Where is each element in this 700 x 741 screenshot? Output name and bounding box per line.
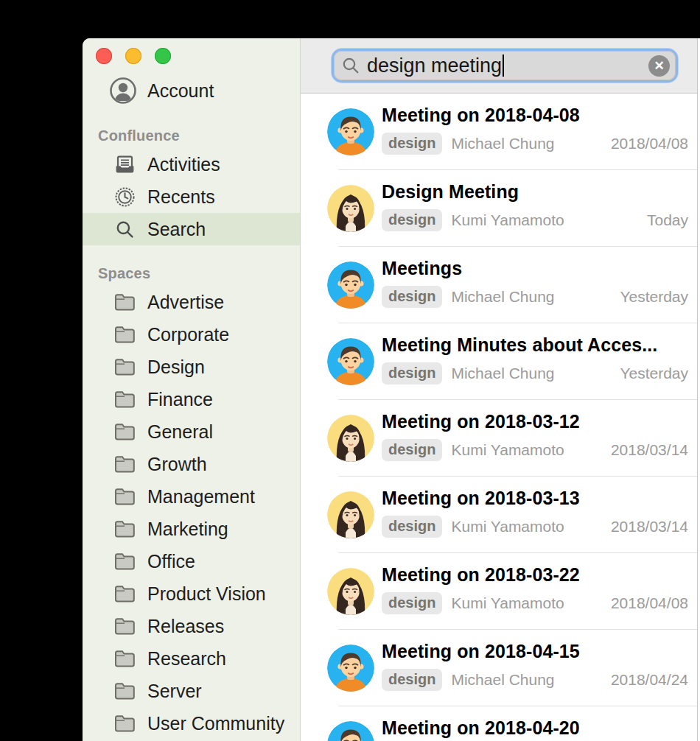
result-date: 2018/04/08: [605, 594, 688, 612]
result-date: 2018/04/08: [605, 135, 688, 152]
sidebar-item-product-vision[interactable]: Product Vision: [83, 577, 300, 610]
search-input[interactable]: design meeting ✕: [334, 51, 676, 80]
result-row[interactable]: Meeting on 2018-04-08 design Michael Chu…: [301, 94, 697, 170]
search-toolbar: design meeting ✕: [301, 38, 697, 94]
result-row[interactable]: Meeting on 2018-03-12 design Kumi Yamamo…: [301, 400, 697, 477]
sidebar-item-server[interactable]: Server: [83, 675, 300, 707]
result-author: Michael Chung: [451, 365, 554, 382]
clear-search-button[interactable]: ✕: [648, 55, 670, 77]
result-author: Kumi Yamamoto: [451, 594, 564, 612]
sidebar-item-label: Server: [147, 681, 202, 702]
recents-icon: [112, 187, 137, 207]
sidebar-item-growth[interactable]: Growth: [83, 448, 300, 480]
space-tag: design: [382, 362, 442, 384]
sidebar-item-corporate[interactable]: Corporate: [83, 318, 300, 351]
sidebar-item-label: Growth: [147, 454, 207, 475]
sidebar-item-office[interactable]: Office: [83, 545, 300, 577]
result-author: Kumi Yamamoto: [451, 211, 564, 229]
sidebar-item-general[interactable]: General: [83, 415, 300, 448]
result-title: Meeting on 2018-04-08: [382, 105, 688, 126]
folder-icon: [112, 682, 137, 700]
space-tag: design: [382, 592, 442, 614]
avatar-female-icon: [327, 491, 374, 538]
sidebar-section: Confluence Activities Recents Search: [83, 127, 300, 245]
sidebar-item-design[interactable]: Design: [83, 351, 300, 383]
result-date: Yesterday: [614, 365, 688, 382]
folder-icon: [112, 617, 137, 635]
folder-icon: [112, 714, 137, 732]
result-row[interactable]: Design Meeting design Kumi Yamamoto Toda…: [301, 170, 697, 247]
avatar-female-icon: [327, 185, 374, 232]
sidebar-item-marketing[interactable]: Marketing: [83, 513, 300, 545]
sidebar-item-label: Corporate: [147, 324, 229, 345]
result-row[interactable]: Meeting Minutes about Acces... design Mi…: [301, 323, 697, 400]
sidebar-item-label: Research: [147, 648, 226, 670]
result-row[interactable]: Meeting on 2018-03-13 design Kumi Yamamo…: [301, 477, 697, 553]
avatar-male-icon: [327, 108, 374, 155]
folder-icon: [112, 326, 137, 343]
sidebar-item-search[interactable]: Search: [83, 213, 300, 245]
avatar-male-icon: [327, 338, 374, 385]
search-focus-ring: design meeting ✕: [332, 49, 678, 82]
avatar-male-icon: [327, 721, 374, 741]
zoom-button[interactable]: [155, 48, 171, 64]
space-tag: design: [382, 669, 442, 691]
avatar-male-icon: [327, 645, 374, 692]
search-icon: [341, 56, 360, 75]
section-title: Confluence: [98, 127, 300, 144]
folder-icon: [112, 293, 137, 311]
sidebar-item-research[interactable]: Research: [83, 642, 300, 675]
sidebar-item-label: Management: [147, 486, 255, 508]
avatar-female-icon: [327, 415, 374, 462]
sidebar-item-label: General: [147, 421, 213, 443]
result-row[interactable]: Meetings design Michael Chung Yesterday: [301, 247, 697, 323]
result-row[interactable]: Meeting on 2018-04-20: [301, 706, 697, 741]
sidebar-section: Spaces Advertise Corporate Design Financ…: [83, 265, 300, 740]
result-row[interactable]: Meeting on 2018-03-22 design Kumi Yamamo…: [301, 553, 697, 630]
sidebar-item-label: User Community: [147, 713, 284, 734]
result-title: Meetings: [382, 258, 688, 279]
avatar-male-icon: [327, 261, 374, 309]
sidebar-item-label: Advertise: [147, 292, 224, 313]
folder-icon: [112, 585, 137, 603]
sidebar-item-activities[interactable]: Activities: [83, 148, 300, 180]
sidebar-item-label: Office: [147, 551, 195, 572]
space-tag: design: [382, 439, 442, 461]
results-list: Meeting on 2018-04-08 design Michael Chu…: [301, 94, 697, 741]
space-tag: design: [382, 286, 442, 308]
sidebar-item-account[interactable]: Account: [83, 64, 300, 108]
folder-icon: [112, 455, 137, 473]
result-date: Yesterday: [614, 288, 688, 306]
main-panel: design meeting ✕ Meeting on 2018-04-08 d…: [301, 38, 698, 741]
result-date: 2018/03/14: [605, 518, 688, 535]
sidebar-item-advertise[interactable]: Advertise: [83, 286, 300, 318]
sidebar-item-label: Marketing: [147, 519, 228, 540]
result-title: Meeting on 2018-03-13: [382, 488, 688, 509]
sidebar-item-label: Recents: [147, 186, 215, 208]
folder-icon: [112, 488, 137, 505]
sidebar-item-releases[interactable]: Releases: [83, 610, 300, 642]
sidebar-item-finance[interactable]: Finance: [83, 383, 300, 415]
activities-icon: [112, 155, 137, 174]
result-author: Michael Chung: [451, 288, 554, 306]
folder-icon: [112, 358, 137, 376]
result-title: Design Meeting: [382, 181, 688, 203]
result-row[interactable]: Meeting on 2018-04-15 design Michael Chu…: [301, 630, 697, 706]
sidebar-item-label: Search: [147, 219, 206, 240]
avatar-female-icon: [327, 568, 374, 615]
sidebar-sections: Confluence Activities Recents Search Spa…: [83, 127, 300, 740]
result-author: Kumi Yamamoto: [451, 518, 564, 535]
section-title: Spaces: [98, 265, 300, 282]
close-button[interactable]: [96, 48, 112, 64]
result-date: 2018/04/24: [605, 671, 688, 689]
sidebar-item-label: Finance: [147, 389, 213, 410]
minimize-button[interactable]: [125, 48, 141, 64]
result-title: Meeting on 2018-03-12: [382, 411, 688, 432]
sidebar-item-user-community[interactable]: User Community: [83, 707, 300, 740]
sidebar-item-management[interactable]: Management: [83, 480, 300, 513]
sidebar-item-label: Releases: [147, 616, 224, 637]
space-tag: design: [382, 133, 442, 155]
section-items: Advertise Corporate Design Finance Gener…: [83, 286, 300, 740]
folder-icon: [112, 520, 137, 538]
sidebar-item-recents[interactable]: Recents: [83, 180, 300, 213]
